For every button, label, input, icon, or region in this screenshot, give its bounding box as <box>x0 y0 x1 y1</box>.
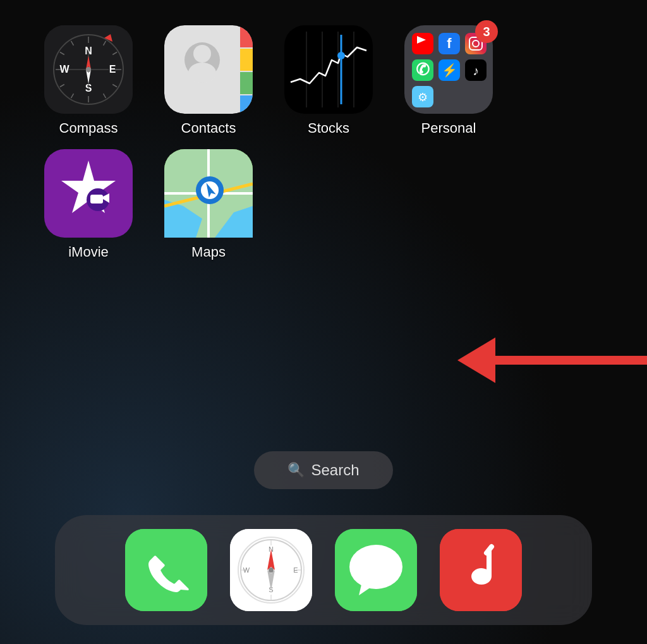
arrow-head <box>457 337 495 383</box>
dock-app-safari[interactable]: N S W E <box>230 529 312 611</box>
search-label: Search <box>311 461 359 479</box>
svg-point-38 <box>337 52 345 59</box>
search-icon: 🔍 <box>287 462 305 478</box>
dock-app-phone[interactable] <box>125 529 207 611</box>
svg-point-30 <box>193 45 211 63</box>
personal-label: Personal <box>421 120 476 137</box>
red-arrow <box>457 337 647 383</box>
search-bar[interactable]: 🔍 Search <box>254 451 393 489</box>
svg-text:⚙: ⚙ <box>418 91 428 104</box>
messages-icon <box>335 529 417 611</box>
app-maps[interactable]: Maps <box>158 149 259 260</box>
personal-badge: 3 <box>475 20 498 43</box>
svg-point-31 <box>188 63 216 83</box>
svg-text:✆: ✆ <box>416 60 430 79</box>
svg-rect-71 <box>125 529 207 611</box>
safari-icon: N S W E <box>230 529 312 611</box>
svg-rect-59 <box>90 195 103 204</box>
app-grid: N S W E Compass <box>0 0 499 260</box>
imovie-icon <box>44 149 133 238</box>
svg-point-87 <box>349 545 402 589</box>
svg-rect-40 <box>412 33 433 54</box>
svg-rect-28 <box>240 95 253 114</box>
app-imovie[interactable]: iMovie <box>38 149 139 260</box>
stocks-label: Stocks <box>308 120 349 137</box>
contacts-icon <box>164 25 253 114</box>
svg-rect-27 <box>240 72 253 94</box>
compass-icon: N S W E <box>44 25 133 114</box>
app-contacts[interactable]: Contacts <box>158 25 259 137</box>
personal-folder-icon: f <box>404 25 493 114</box>
dock-app-music[interactable] <box>440 529 522 611</box>
svg-point-85 <box>269 568 274 573</box>
phone-icon <box>125 529 207 611</box>
svg-text:W: W <box>243 566 250 574</box>
home-screen: N S W E Compass <box>0 0 647 644</box>
app-compass[interactable]: N S W E Compass <box>38 25 139 137</box>
music-icon <box>440 529 522 611</box>
app-personal-folder[interactable]: f <box>398 25 499 137</box>
svg-text:E: E <box>293 566 298 574</box>
svg-point-22 <box>86 67 91 72</box>
contacts-label: Contacts <box>181 120 236 137</box>
app-stocks[interactable]: Stocks <box>278 25 379 137</box>
svg-text:E: E <box>109 64 116 75</box>
svg-rect-26 <box>240 49 253 71</box>
dock-app-messages[interactable] <box>335 529 417 611</box>
arrow-line <box>495 356 647 365</box>
dock: N S W E <box>55 515 592 625</box>
maps-icon <box>164 149 253 238</box>
svg-rect-25 <box>240 25 253 47</box>
stocks-icon <box>284 25 373 114</box>
compass-label: Compass <box>59 120 118 137</box>
maps-label: Maps <box>191 244 226 260</box>
imovie-label: iMovie <box>68 244 109 260</box>
svg-text:♪: ♪ <box>473 64 479 78</box>
svg-text:⚡: ⚡ <box>442 63 457 78</box>
svg-text:f: f <box>447 35 452 51</box>
